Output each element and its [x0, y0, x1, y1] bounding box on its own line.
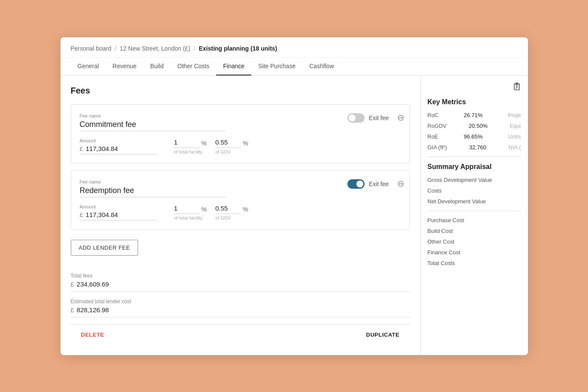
- metric-roe: RoE 96.65% Units: [428, 133, 521, 140]
- fee2-percent2-sym: %: [243, 206, 248, 213]
- total-fees-label: Total fees: [71, 273, 410, 279]
- fee1-percent2-sub: of GDV: [215, 149, 248, 154]
- metric-roc-right: Proje: [508, 112, 521, 118]
- fee2-exit-fee-row: Exit fee: [347, 179, 389, 189]
- fees-title: Fees: [71, 86, 410, 96]
- fee1-remove-button[interactable]: ⊖: [397, 113, 404, 122]
- fee2-percent1-sym: %: [202, 206, 207, 213]
- fee2-amount-value: £ 117,304.84: [80, 211, 157, 220]
- metric-roc: RoC 26.71% Proje: [428, 112, 521, 118]
- fee1-percent2-value[interactable]: 0.55: [215, 139, 241, 148]
- summary-costs: Costs: [428, 187, 521, 194]
- fee1-exit-fee-label: Exit fee: [369, 115, 389, 121]
- fee1-percent1-value[interactable]: 1: [174, 139, 200, 148]
- fee1-percent2-sym: %: [243, 140, 248, 147]
- metric-roe-right: Units: [508, 133, 521, 140]
- fee1-amount[interactable]: 117,304.84: [86, 145, 118, 152]
- estimated-currency: £: [71, 306, 74, 314]
- key-metrics-title: Key Metrics: [428, 98, 521, 106]
- fee2-percent2-value[interactable]: 0.55: [215, 205, 241, 214]
- fee1-percent1-group: 1 % of total facility: [174, 139, 207, 154]
- breadcrumb-current[interactable]: Existing planning (18 units): [199, 45, 277, 52]
- fee2-amount-label: Amount: [80, 204, 157, 209]
- cost-total: Total Costs: [428, 260, 521, 266]
- fee2-percent1-group: 1 % of total facility: [174, 205, 207, 220]
- totals-section: Total fees £ 234,609.69 Estimated total …: [71, 264, 410, 317]
- fee2-currency: £: [80, 211, 83, 218]
- fee1-amount-value: £ 117,304.84: [80, 145, 157, 154]
- breadcrumb: Personal board / 12 New Street, London (…: [60, 37, 528, 57]
- summary-title: Summary Appraisal: [428, 163, 521, 171]
- fee2-percent2-row: 0.55 %: [215, 205, 248, 214]
- summary-gdv: Gross Development Value: [428, 177, 521, 183]
- breadcrumb-sep1: /: [115, 45, 116, 52]
- fee2-toggle-slider: [347, 179, 365, 189]
- right-panel: Key Metrics RoC 26.71% Proje RoGDV 20.50…: [421, 75, 528, 355]
- metric-gia-value: 32,760: [469, 144, 486, 151]
- divider-1: [428, 157, 521, 157]
- metric-roe-label: RoE: [428, 133, 438, 140]
- metric-rogdv-label: RoGDV: [428, 123, 447, 129]
- left-panel: Fees Fee name Exit fee ⊖: [60, 75, 421, 355]
- fee1-name-input[interactable]: [80, 120, 226, 131]
- breadcrumb-address[interactable]: 12 New Street, London (£): [120, 45, 190, 52]
- fee1-percent2-group: 0.55 % of GDV: [215, 139, 248, 154]
- metric-rogdv-right: Equi: [510, 123, 521, 129]
- fee-card-2: Fee name Exit fee ⊖ Amount: [71, 170, 410, 229]
- fee2-amount-group: Amount £ 117,304.84: [80, 204, 157, 220]
- fee1-percent1-sub: of total facility: [174, 149, 207, 154]
- metric-gia-label: GIA (ft²): [428, 144, 447, 151]
- fee2-exit-fee-toggle[interactable]: [347, 179, 365, 189]
- cost-finance: Finance Cost: [428, 249, 521, 256]
- app-window: Personal board / 12 New Street, London (…: [60, 37, 528, 355]
- divider-2: [428, 211, 521, 211]
- cost-purchase: Purchase Cost: [428, 217, 521, 223]
- fee2-percent1-sub: of total facility: [174, 215, 207, 220]
- cost-other: Other Cost: [428, 238, 521, 245]
- total-fees-amount: 234,609.69: [77, 280, 109, 288]
- tab-cashflow[interactable]: Cashflow: [302, 57, 341, 75]
- fee2-amount[interactable]: 117,304.84: [86, 211, 118, 218]
- metric-roc-label: RoC: [428, 112, 439, 118]
- fee1-currency: £: [80, 145, 83, 152]
- estimated-label: Estimated total lender cost: [71, 299, 410, 305]
- estimated-amount: 828,126.98: [77, 306, 109, 314]
- breadcrumb-sep2: /: [194, 45, 196, 52]
- delete-button[interactable]: DELETE: [81, 332, 104, 338]
- fee-card-1: Fee name Exit fee ⊖ Amount: [71, 104, 410, 163]
- summary-ndv: Net Development Value: [428, 198, 521, 205]
- total-fees-currency: £: [71, 280, 74, 288]
- fee1-percent1-row: 1 %: [174, 139, 207, 148]
- fee1-exit-fee-row: Exit fee: [347, 113, 389, 123]
- estimated-item: Estimated total lender cost £ 828,126.98: [71, 299, 410, 317]
- total-fees-item: Total fees £ 234,609.69: [71, 273, 410, 292]
- metric-roc-value: 26.71%: [464, 112, 482, 118]
- total-fees-value: £ 234,609.69: [71, 280, 410, 292]
- fee2-exit-fee-label: Exit fee: [369, 181, 389, 187]
- fee1-percent1-sym: %: [202, 140, 207, 147]
- fee1-exit-fee-toggle[interactable]: [347, 113, 365, 123]
- main-layout: Fees Fee name Exit fee ⊖: [60, 75, 528, 355]
- add-lender-fee-button[interactable]: ADD LENDER FEE: [71, 240, 139, 256]
- tab-revenue[interactable]: Revenue: [106, 57, 143, 75]
- tab-finance[interactable]: Finance: [216, 57, 251, 75]
- estimated-value: £ 828,126.98: [71, 306, 410, 317]
- metric-roe-value: 96.65%: [464, 133, 482, 140]
- fee2-percent1-row: 1 %: [174, 205, 207, 214]
- breadcrumb-personal-board[interactable]: Personal board: [71, 45, 112, 52]
- fee2-percent2-sub: of GDV: [215, 215, 248, 220]
- fee2-percent1-value[interactable]: 1: [174, 205, 200, 214]
- tab-other-costs[interactable]: Other Costs: [171, 57, 217, 75]
- fee1-amount-row: Amount £ 117,304.84 1 % of total facilit…: [80, 138, 401, 154]
- tab-general[interactable]: General: [71, 57, 106, 75]
- fee2-name-input[interactable]: [80, 186, 226, 197]
- footer-actions: DELETE DUPLICATE: [71, 324, 410, 345]
- tab-site-purchase[interactable]: Site Purchase: [251, 57, 302, 75]
- fee1-percent2-row: 0.55 %: [215, 139, 248, 148]
- fee2-remove-button[interactable]: ⊖: [397, 179, 404, 188]
- fee1-amount-group: Amount £ 117,304.84: [80, 138, 157, 154]
- duplicate-button[interactable]: DUPLICATE: [366, 332, 400, 338]
- fee1-toggle-slider: [347, 113, 365, 123]
- fee1-amount-label: Amount: [80, 138, 157, 143]
- tab-build[interactable]: Build: [143, 57, 170, 75]
